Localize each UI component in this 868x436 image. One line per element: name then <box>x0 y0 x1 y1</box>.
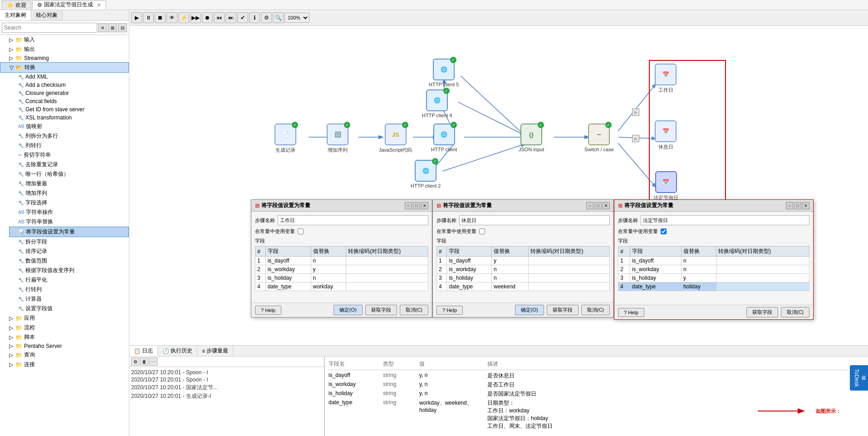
cancel-btn[interactable]: 取消(C) <box>581 305 610 315</box>
ok-btn[interactable]: 确定(O) <box>333 305 363 315</box>
dialog-maximize-btn[interactable]: □ <box>594 202 602 209</box>
node-http-client5[interactable]: 🌐 ✓ HTTP client 5 <box>429 59 459 87</box>
expand-icon[interactable]: ▷ <box>9 334 14 341</box>
preview-btn[interactable]: 👁 <box>167 12 177 23</box>
expand-icon[interactable]: ▽ <box>10 64 14 71</box>
node-generate-record[interactable]: 📄 ✓ 生成记录 <box>275 124 296 154</box>
node-http-client[interactable]: 🌐 ✓ HTTP client <box>431 124 457 152</box>
sidebar-item-pentaho[interactable]: ▷ 📁 Pentaho Server <box>0 342 129 350</box>
sidebar-item-row-normalize[interactable]: 🔧 行扁平化 <box>9 275 129 285</box>
get-fields-btn[interactable]: 获取字段 <box>547 305 579 315</box>
table-row[interactable]: 2is_workdayn <box>618 265 809 274</box>
log-options-btn[interactable]: ⋯ <box>149 357 157 366</box>
dialog-close-btn[interactable]: ✕ <box>421 202 428 209</box>
sidebar-item-add-seq1[interactable]: 🔧 增加量最 <box>9 179 129 188</box>
sidebar-item-xsl[interactable]: 🔧 XSL transformation <box>9 114 129 122</box>
sidebar-item-row-transfer[interactable]: 🔧 行转列 <box>9 285 129 294</box>
expand-icon[interactable]: ▷ <box>9 352 14 358</box>
sidebar-item-add-checksum[interactable]: 🔧 Add a checksum <box>9 81 129 89</box>
forward-btn[interactable]: ⏭ <box>226 12 236 23</box>
step-name-input[interactable] <box>278 215 428 225</box>
help-btn[interactable]: ? Help <box>436 306 463 315</box>
table-row[interactable]: 2is_workdayn <box>437 265 610 274</box>
node-restday[interactable]: 📅 休息日 <box>655 120 677 150</box>
ok-btn[interactable]: 确定(O) <box>515 305 544 315</box>
step-name-input[interactable] <box>641 215 809 225</box>
sidebar-tab-core[interactable]: 核心对象 <box>31 10 63 20</box>
table-row[interactable]: 2is_workdayy <box>255 265 428 274</box>
sidebar-tab-main[interactable]: 主对象树 <box>0 10 31 20</box>
sidebar-item-split-col[interactable]: 🔧 列拆分为多行 <box>9 131 129 141</box>
expand-icon[interactable]: ▷ <box>9 55 14 61</box>
sidebar-item-sort-rows[interactable]: 🔧 排序记录 <box>9 247 129 256</box>
sidebar-item-field-select[interactable]: 🔧 字段选择 <box>9 198 129 208</box>
dialog-restday-title[interactable]: ⊞ 将字段值设置为常量 − □ ✕ <box>433 200 613 212</box>
bottom-tab-log[interactable]: 📋 日志 <box>129 346 158 356</box>
sidebar-item-streaming[interactable]: ▷ 📁 Streaming <box>0 54 129 62</box>
canvas-area[interactable]: 📄 ✓ 生成记录 🔢 ✓ 增加序列 <box>129 26 868 345</box>
table-row[interactable]: 1is_dayoffn <box>255 257 428 265</box>
dialog-maximize-btn[interactable]: □ <box>413 202 420 209</box>
sidebar-item-set-value[interactable]: 🔧 设置字段值 <box>9 304 129 313</box>
get-fields-btn[interactable]: 获取字段 <box>746 307 778 317</box>
sidebar-item-string-op[interactable]: AB 字符串操作 <box>9 208 129 217</box>
node-json-input[interactable]: {} ✓ JSON input <box>519 124 544 152</box>
step-btn[interactable]: ▶▶ <box>190 12 201 23</box>
sidebar-item-apply[interactable]: ▷ 📁 应用 <box>0 313 129 323</box>
bottom-tab-steps[interactable]: ≡ 步骤量最 <box>197 346 233 356</box>
table-row-selected[interactable]: 4date_typeholiday <box>618 282 809 291</box>
sidebar-item-add-xml[interactable]: 🔧 Add XML <box>9 73 129 81</box>
bottom-tab-history[interactable]: 🕐 执行历史 <box>158 346 197 356</box>
table-row[interactable]: 3is_holidayy <box>618 274 809 282</box>
debug-btn[interactable]: ⚡ <box>178 12 189 23</box>
table-row[interactable]: 3is_holidayn <box>255 274 428 282</box>
node-http-client4[interactable]: 🌐 ✓ HTTP client 4 <box>422 89 452 118</box>
sidebar-item-add-seq2[interactable]: 🔧 增加序列 <box>9 188 129 198</box>
dialog-close-btn[interactable]: ✕ <box>603 202 610 209</box>
node-switch-case[interactable]: ↔ ✓ Switch / case <box>584 124 614 152</box>
sidebar-item-flow[interactable]: ▷ 📁 流程 <box>0 323 129 332</box>
record-btn[interactable]: ⏺ <box>202 12 213 23</box>
help-btn[interactable]: ? Help <box>618 308 644 317</box>
check-btn[interactable]: ✔ <box>237 12 248 23</box>
dialog-close-btn[interactable]: ✕ <box>802 202 809 209</box>
sidebar-item-get-id[interactable]: 🔧 Get ID from slave server <box>9 105 129 114</box>
sidebar-item-transform[interactable]: ▽ 📂 转换 <box>0 62 129 73</box>
dialog-maximize-btn[interactable]: □ <box>794 202 801 209</box>
help-btn[interactable]: ? Help <box>255 306 281 315</box>
replay-btn[interactable]: ⏮ <box>214 12 225 23</box>
node-javascript[interactable]: JS ✓ JavaScript代码 <box>379 124 412 154</box>
sidebar-item-input[interactable]: ▷ 📁 输入 <box>0 35 129 45</box>
get-fields-btn[interactable]: 获取字段 <box>365 305 397 315</box>
dialog-holiday-title[interactable]: ⊞ 将字段值设置为常量 − □ ✕ <box>614 200 813 212</box>
search-clear-btn[interactable]: ✕ <box>98 23 107 32</box>
cancel-btn[interactable]: 取消(C) <box>400 305 428 315</box>
sidebar-item-col-transfer[interactable]: 🔧 列转行 <box>9 141 129 150</box>
settings-btn[interactable]: ⚙ <box>261 12 272 23</box>
sidebar-item-num-range[interactable]: 🔧 数值范围 <box>9 256 129 266</box>
sidebar-item-unique-row[interactable]: 🔧 唯一行（哈希值） <box>9 169 129 179</box>
table-row[interactable]: 1is_dayoffn <box>618 257 809 265</box>
sidebar-item-output[interactable]: ▷ 📁 输出 <box>0 45 129 54</box>
stop-btn[interactable]: ⏹ <box>155 12 166 23</box>
sidebar-item-set-field-value[interactable]: 📊 将字段值设置为常量 <box>9 227 129 237</box>
sidebar-item-remove-dup[interactable]: 🔧 去除重复记录 <box>9 160 129 169</box>
search-expand-btn[interactable]: ⊞ <box>108 23 117 32</box>
expand-icon[interactable]: ▷ <box>9 46 14 53</box>
log-settings-btn[interactable]: ⚙ <box>131 357 139 366</box>
node-holiday[interactable]: 📅 法定节假日 <box>653 171 678 201</box>
sidebar-item-value-mapping[interactable]: AB 值映射 <box>9 122 129 131</box>
pause-btn[interactable]: ⏸ <box>143 12 154 23</box>
zoom-select[interactable]: 100% <box>284 13 309 23</box>
expand-icon[interactable]: ▷ <box>9 343 14 349</box>
play-btn[interactable]: ▶ <box>131 12 142 23</box>
sidebar-item-calculator[interactable]: 🔧 计算器 <box>9 294 129 304</box>
use-var-checkbox[interactable] <box>661 228 667 234</box>
step-name-input[interactable] <box>459 215 610 225</box>
table-row[interactable]: 4date_typeweekend <box>437 282 610 291</box>
node-add-sequence[interactable]: 🔢 ✓ 增加序列 <box>327 124 348 154</box>
dialog-minimize-btn[interactable]: − <box>405 202 412 209</box>
use-var-checkbox[interactable] <box>479 228 485 234</box>
expand-icon[interactable]: ▷ <box>9 325 14 331</box>
node-http-client2[interactable]: 🌐 ✓ HTTP client 2 <box>411 160 441 188</box>
